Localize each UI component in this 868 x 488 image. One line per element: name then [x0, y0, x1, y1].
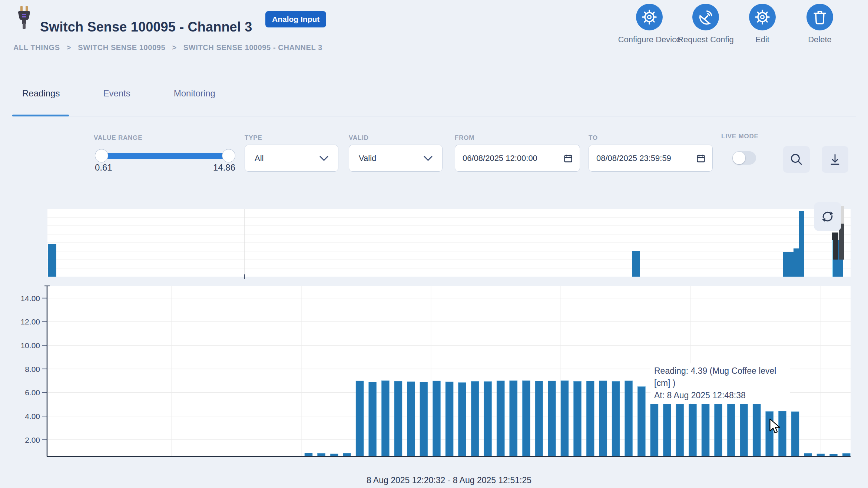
reading-bar[interactable] [561, 381, 569, 456]
reading-bar[interactable] [715, 404, 722, 456]
reading-bar[interactable] [689, 404, 697, 456]
value-range-slider[interactable] [100, 153, 230, 159]
reading-bar[interactable] [586, 381, 594, 456]
trash-icon[interactable] [806, 4, 833, 30]
reading-bar[interactable] [548, 381, 556, 456]
slider-handle-min[interactable] [95, 149, 108, 162]
y-axis-tick-label: 4.00 [25, 412, 40, 421]
to-datetime-input[interactable]: 08/08/2025 23:59:59 [589, 145, 713, 172]
live-mode-label: LIVE MODE [721, 133, 759, 140]
configure-device-label: Configure Device [618, 34, 681, 45]
slider-handle-max[interactable] [222, 149, 235, 162]
tooltip-reading: Reading: 4.39 (Mug Coffee level [cm] ) [654, 365, 786, 389]
refresh-icon [820, 209, 835, 224]
edit-button[interactable]: Edit [731, 4, 794, 45]
reading-bar[interactable] [804, 453, 812, 456]
reading-bar[interactable] [625, 381, 633, 456]
reading-bar[interactable] [407, 382, 415, 456]
reading-bar[interactable] [676, 404, 684, 456]
reading-bar[interactable] [599, 381, 607, 456]
tab-bar: Readings Events Monitoring [22, 88, 215, 99]
reading-bar[interactable] [445, 382, 453, 456]
tab-events[interactable]: Events [103, 88, 130, 99]
satellite-icon[interactable] [692, 4, 719, 30]
edit-label: Edit [731, 34, 794, 45]
y-axis-tick-label: 12.00 [20, 317, 40, 326]
search-icon [789, 152, 804, 167]
reading-bar[interactable] [433, 381, 441, 456]
y-axis-tick-label: 2.00 [25, 436, 40, 444]
valid-label: VALID [349, 134, 369, 142]
breadcrumb-all-things[interactable]: ALL THINGS [13, 43, 60, 52]
reading-bar[interactable] [740, 404, 748, 456]
valid-select[interactable]: Valid [349, 145, 443, 172]
configure-device-button[interactable]: Configure Device [618, 4, 681, 45]
reading-bar[interactable] [842, 454, 850, 456]
refresh-button[interactable] [814, 202, 841, 231]
overview-bar [794, 248, 799, 277]
value-range-label: VALUE RANGE [94, 134, 142, 142]
from-datetime-input[interactable]: 06/08/2025 12:00:00 [455, 145, 580, 172]
reading-bar[interactable] [637, 387, 645, 456]
tab-monitoring[interactable]: Monitoring [174, 88, 215, 99]
reading-bar[interactable] [369, 382, 377, 456]
reading-bar[interactable] [318, 453, 325, 456]
from-datetime-value: 06/08/2025 12:00:00 [463, 154, 537, 163]
reading-bar[interactable] [522, 381, 530, 456]
reading-bar[interactable] [510, 381, 517, 456]
download-button[interactable] [822, 146, 848, 173]
request-config-label: Request Config [674, 34, 737, 45]
from-label: FROM [455, 134, 474, 142]
channel-type-badge: Analog Input [265, 11, 326, 27]
reading-bar[interactable] [343, 453, 351, 456]
overview-bar [783, 252, 794, 277]
overview-bar [632, 251, 640, 277]
type-select[interactable]: All [245, 145, 338, 172]
to-label: TO [589, 134, 598, 142]
to-datetime-value: 08/08/2025 23:59:59 [596, 154, 671, 163]
breadcrumb-channel[interactable]: SWITCH SENSE 100095 - CHANNEL 3 [183, 43, 322, 52]
breadcrumb: ALL THINGS > SWITCH SENSE 100095 > SWITC… [13, 43, 327, 52]
reading-bar[interactable] [381, 381, 389, 456]
live-mode-toggle[interactable] [732, 151, 756, 165]
reading-bar[interactable] [702, 404, 709, 456]
gear-icon[interactable] [636, 4, 663, 30]
y-axis-tick-label: 10.00 [20, 341, 40, 350]
request-config-button[interactable]: Request Config [674, 4, 737, 45]
breadcrumb-device[interactable]: SWITCH SENSE 100095 [78, 43, 165, 52]
reading-bar[interactable] [791, 412, 799, 456]
chart-tooltip: Reading: 4.39 (Mug Coffee level [cm] ) A… [650, 363, 790, 403]
reading-bar[interactable] [612, 381, 620, 456]
reading-bar[interactable] [484, 382, 492, 456]
overview-bar [48, 244, 56, 277]
mouse-cursor [769, 418, 782, 437]
calendar-icon[interactable] [697, 154, 705, 162]
reading-bar[interactable] [663, 404, 671, 456]
gear-icon[interactable] [749, 4, 776, 30]
reading-bar[interactable] [497, 381, 504, 456]
reading-bar[interactable] [535, 381, 543, 456]
reading-bar[interactable] [356, 381, 364, 456]
reading-bar[interactable] [753, 404, 761, 456]
search-button[interactable] [783, 146, 810, 173]
toggle-knob [733, 152, 745, 164]
reading-bar[interactable] [458, 383, 466, 456]
reading-bar[interactable] [420, 382, 428, 456]
reading-bar[interactable] [471, 381, 479, 456]
calendar-icon[interactable] [564, 154, 572, 162]
type-label: TYPE [245, 134, 262, 142]
page-title: Switch Sense 100095 - Channel 3 [40, 19, 252, 35]
reading-bar[interactable] [574, 381, 582, 456]
tab-readings[interactable]: Readings [22, 88, 60, 99]
plug-icon [16, 5, 33, 30]
overview-chart[interactable] [0, 200, 868, 284]
delete-button[interactable]: Delete [788, 4, 851, 45]
reading-bar[interactable] [305, 453, 312, 456]
reading-bar[interactable] [727, 404, 735, 456]
reading-bar[interactable] [394, 381, 402, 456]
tooltip-timestamp: At: 8 Aug 2025 12:48:38 [654, 389, 786, 402]
tab-track [12, 116, 856, 116]
delete-label: Delete [788, 34, 851, 45]
chevron-down-icon [319, 156, 328, 161]
reading-bar[interactable] [650, 404, 658, 456]
